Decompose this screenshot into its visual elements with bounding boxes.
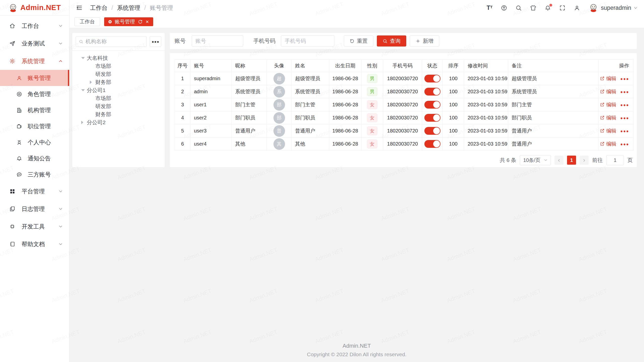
status-toggle[interactable] xyxy=(424,127,440,135)
table-row: 5 user3 普通用户 普 普通用户 1986-06-28 女 1802003… xyxy=(175,124,633,138)
sidebar-item-dev-tools[interactable]: 开发工具 xyxy=(0,218,69,235)
tags-view: 工作台 账号管理 × xyxy=(69,16,644,28)
breadcrumb-item[interactable]: 系统管理 xyxy=(117,4,140,12)
edit-button[interactable]: 编辑 xyxy=(600,114,616,121)
col-phone: 手机号码 xyxy=(383,60,422,72)
status-toggle[interactable] xyxy=(424,88,440,96)
pagination: 共 6 条 10条/页 ‹ 1 › 前往 页 xyxy=(175,155,633,165)
col-index: 序号 xyxy=(175,60,190,72)
caret-right-icon[interactable] xyxy=(81,121,83,124)
tree-node[interactable]: 分公司1 xyxy=(76,86,161,94)
more-actions-icon[interactable]: ●●● xyxy=(620,103,629,107)
tree-node[interactable]: 分公司2 xyxy=(76,118,161,126)
sidebar-item-third-party-account[interactable]: 三方账号 xyxy=(0,166,69,183)
edit-button[interactable]: 编辑 xyxy=(600,75,616,82)
language-icon[interactable] xyxy=(501,5,507,11)
tab-account-management[interactable]: 账号管理 × xyxy=(104,17,153,26)
tree-node[interactable]: 财务部 xyxy=(76,110,161,118)
sidebar-item-notice[interactable]: 通知公告 xyxy=(0,150,69,166)
theme-icon[interactable] xyxy=(530,5,536,11)
next-page-button[interactable]: › xyxy=(580,156,589,165)
caret-down-icon[interactable] xyxy=(81,57,85,59)
tab-label: 工作台 xyxy=(80,18,95,25)
add-button[interactable]: 新增 xyxy=(410,35,439,47)
sidebar-item-log-management[interactable]: 日志管理 xyxy=(0,200,69,218)
logo[interactable]: Admin.NET xyxy=(0,0,69,16)
tree-node[interactable]: 研发部 xyxy=(76,70,161,78)
reset-button[interactable]: 重置 xyxy=(344,35,373,47)
cell-birthdate: 1986-06-28 xyxy=(329,124,361,138)
avatar: 部 xyxy=(273,99,285,111)
current-page[interactable]: 1 xyxy=(567,156,576,165)
status-toggle[interactable] xyxy=(424,114,440,122)
cell-remark: 部门主管 xyxy=(508,98,598,111)
more-actions-icon[interactable]: ●●● xyxy=(620,142,629,146)
tree-node-label: 研发部 xyxy=(95,71,111,78)
edit-icon xyxy=(600,76,605,81)
edit-button[interactable]: 编辑 xyxy=(600,141,616,147)
gender-badge: 男 xyxy=(367,74,377,83)
sidebar-item-position-management[interactable]: 职位管理 xyxy=(0,118,69,134)
org-search-input[interactable] xyxy=(86,38,143,44)
log-icon xyxy=(9,206,16,212)
status-toggle[interactable] xyxy=(424,140,440,148)
tree-more-button[interactable]: ●●● xyxy=(150,36,161,47)
refresh-icon[interactable] xyxy=(138,19,143,24)
close-icon[interactable]: × xyxy=(146,19,149,25)
caret-down-icon[interactable] xyxy=(81,89,85,91)
more-actions-icon[interactable]: ●●● xyxy=(620,77,629,81)
edit-button[interactable]: 编辑 xyxy=(600,101,616,108)
tree-node[interactable]: 研发部 xyxy=(76,102,161,110)
more-actions-icon[interactable]: ●●● xyxy=(620,90,629,94)
chat-icon xyxy=(16,172,22,177)
search-icon[interactable] xyxy=(515,5,522,11)
fullscreen-icon[interactable] xyxy=(559,5,566,11)
sidebar-item-label: 开发工具 xyxy=(22,223,45,231)
cell-account: superadmin xyxy=(190,72,232,85)
sidebar-item-help-docs[interactable]: 帮助文档 xyxy=(0,235,69,253)
tree-node-label: 财务部 xyxy=(95,111,111,118)
edit-label: 编辑 xyxy=(606,114,616,121)
tree-node[interactable]: 市场部 xyxy=(76,62,161,70)
avatar: 超 xyxy=(273,73,285,84)
more-icon: ●●● xyxy=(152,39,159,44)
phone-input[interactable] xyxy=(281,35,334,47)
tab-workbench[interactable]: 工作台 xyxy=(74,17,100,26)
bell-icon xyxy=(16,156,22,161)
sidebar-item-role-management[interactable]: 角色管理 xyxy=(0,86,69,102)
cell-remark: 部门职员 xyxy=(508,111,598,124)
sidebar-item-org-management[interactable]: 机构管理 xyxy=(0,102,69,118)
status-toggle[interactable] xyxy=(424,101,440,109)
caret-right-icon[interactable] xyxy=(90,80,92,84)
sidebar-item-personal-center[interactable]: 个人中心 xyxy=(0,134,69,150)
edit-button[interactable]: 编辑 xyxy=(600,127,616,134)
font-size-icon[interactable]: TT xyxy=(487,5,493,11)
sidebar-item-account-management[interactable]: 账号管理 xyxy=(0,70,69,86)
account-input[interactable] xyxy=(192,35,243,47)
prev-page-button[interactable]: ‹ xyxy=(554,156,564,165)
breadcrumb-item[interactable]: 工作台 xyxy=(90,4,107,12)
sidebar-item-business-test[interactable]: 业务测试 xyxy=(0,35,69,52)
search-button[interactable]: 查询 xyxy=(377,35,406,47)
status-toggle[interactable] xyxy=(424,75,440,82)
goto-page-input[interactable] xyxy=(606,155,624,165)
user-menu[interactable]: superadmin xyxy=(588,3,637,13)
more-actions-icon[interactable]: ●●● xyxy=(620,116,629,120)
sidebar-item-system-management[interactable]: 系统管理 xyxy=(0,52,69,70)
profile-icon[interactable] xyxy=(574,5,580,11)
footer-copyright: Copyright © 2022 Dilon All rights reserv… xyxy=(69,351,644,357)
edit-button[interactable]: 编辑 xyxy=(600,88,616,95)
search-icon xyxy=(383,39,387,43)
more-actions-icon[interactable]: ●●● xyxy=(620,129,629,133)
tree-node[interactable]: 大名科技 xyxy=(76,54,161,62)
tree-node[interactable]: 市场部 xyxy=(76,94,161,102)
col-status: 状态 xyxy=(422,60,443,72)
tree-node[interactable]: 财务部 xyxy=(76,78,161,86)
page-size-select[interactable]: 10条/页 xyxy=(520,155,551,165)
sidebar-item-platform-management[interactable]: 平台管理 xyxy=(0,183,69,200)
cell-modified: 2023-01-03 10:59:44 xyxy=(464,138,508,151)
collapse-menu-icon[interactable] xyxy=(76,5,83,11)
account-table: 序号 账号 昵称 头像 姓名 出生日期 性别 手机号码 状态 排序 修改时间 备… xyxy=(175,59,633,151)
sidebar-item-workbench[interactable]: 工作台 xyxy=(0,17,69,35)
notification-icon[interactable] xyxy=(545,5,551,11)
